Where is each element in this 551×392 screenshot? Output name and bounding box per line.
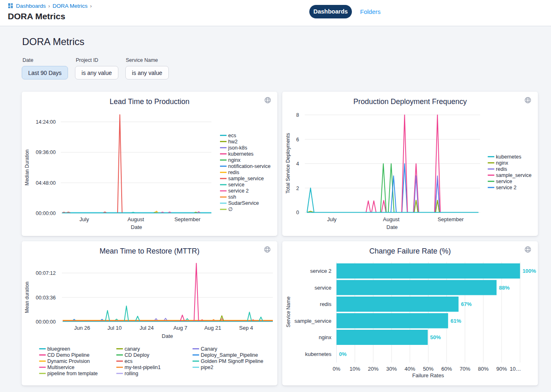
svg-text:CD Deploy: CD Deploy: [125, 352, 150, 358]
svg-text:Canary: Canary: [201, 346, 218, 352]
svg-text:14:24:00: 14:24:00: [36, 119, 56, 125]
svg-text:ecs: ecs: [228, 133, 236, 138]
svg-text:ecs: ecs: [125, 358, 132, 364]
svg-text:August: August: [127, 216, 144, 222]
svg-text:30%: 30%: [386, 366, 397, 372]
svg-text:0%: 0%: [339, 351, 347, 357]
svg-text:Jul 24: Jul 24: [140, 325, 154, 331]
svg-text:sample_service: sample_service: [496, 172, 532, 178]
svg-text:0%: 0%: [333, 366, 340, 372]
svg-text:2: 2: [296, 186, 299, 191]
svg-text:service: service: [228, 182, 245, 188]
svg-text:100%: 100%: [522, 268, 536, 274]
svg-text:Date: Date: [386, 224, 397, 230]
svg-text:hw2: hw2: [228, 139, 238, 145]
svg-text:10…: 10…: [510, 366, 521, 372]
svg-text:Jul 10: Jul 10: [107, 325, 122, 331]
svg-text:00:03:36: 00:03:36: [36, 295, 56, 301]
svg-text:40%: 40%: [405, 366, 415, 372]
svg-text:pipeline from template: pipeline from template: [48, 371, 98, 376]
svg-text:September: September: [438, 216, 464, 222]
svg-text:Deploy_Sample_Pipeline: Deploy_Sample_Pipeline: [201, 352, 258, 358]
svg-text:Sep 4: Sep 4: [239, 325, 253, 331]
svg-text:Multiservice: Multiservice: [48, 365, 75, 370]
svg-text:service: service: [315, 285, 331, 291]
svg-text:Failure Rates: Failure Rates: [412, 372, 444, 378]
svg-text:July: July: [79, 216, 89, 222]
svg-text:10%: 10%: [349, 366, 360, 372]
svg-text:service: service: [496, 179, 512, 184]
svg-text:00:00:00: 00:00:00: [36, 319, 56, 325]
svg-text:90%: 90%: [497, 366, 507, 372]
svg-text:67%: 67%: [461, 301, 472, 307]
svg-text:kubernetes: kubernetes: [228, 151, 254, 157]
svg-text:September: September: [175, 216, 201, 222]
svg-text:00:00:00: 00:00:00: [36, 211, 56, 216]
svg-text:Lead Time to Production: Lead Time to Production: [109, 97, 189, 106]
svg-text:61%: 61%: [451, 318, 461, 324]
svg-text:CD Demo Pipeline: CD Demo Pipeline: [48, 352, 90, 358]
svg-text:service 2: service 2: [310, 268, 331, 274]
svg-text:service 2: service 2: [496, 185, 517, 190]
svg-text:80%: 80%: [478, 366, 489, 372]
svg-text:nginx: nginx: [228, 157, 241, 163]
svg-text:json-k8s: json-k8s: [228, 145, 247, 151]
svg-text:8: 8: [296, 112, 299, 118]
svg-text:rolling: rolling: [125, 371, 138, 376]
svg-text:Production Deployment Frequenc: Production Deployment Frequency: [353, 97, 467, 106]
svg-text:Date: Date: [162, 333, 173, 339]
svg-text:50%: 50%: [430, 334, 441, 340]
svg-text:SudarService: SudarService: [228, 200, 259, 206]
svg-text:pipe2: pipe2: [201, 365, 213, 370]
svg-text:redis: redis: [228, 170, 239, 175]
svg-text:my-test-pipelin1: my-test-pipelin1: [125, 365, 161, 370]
svg-text:ssh: ssh: [228, 194, 236, 200]
svg-text:Mean Time to Restore (MTTR): Mean Time to Restore (MTTR): [100, 247, 200, 255]
svg-text:Change Failure Rate (%): Change Failure Rate (%): [369, 247, 451, 255]
svg-text:nginx: nginx: [319, 334, 332, 340]
svg-text:88%: 88%: [499, 285, 510, 291]
svg-text:60%: 60%: [441, 366, 452, 372]
svg-text:Mean duration: Mean duration: [24, 282, 30, 313]
svg-text:kubernetes: kubernetes: [496, 154, 522, 160]
svg-text:nginx: nginx: [496, 160, 509, 166]
svg-text:canary: canary: [125, 346, 140, 352]
svg-text:Dynamic Provision: Dynamic Provision: [48, 358, 90, 364]
svg-text:July: July: [327, 216, 337, 222]
svg-text:sample_service: sample_service: [228, 176, 264, 181]
svg-text:0: 0: [296, 210, 299, 215]
svg-text:20%: 20%: [368, 366, 379, 372]
svg-text:09:36:00: 09:36:00: [36, 150, 56, 155]
svg-text:service 2: service 2: [228, 188, 249, 194]
svg-text:Median Duration: Median Duration: [24, 150, 30, 186]
svg-text:∅: ∅: [228, 206, 233, 212]
svg-text:Total Service Deployments: Total Service Deployments: [285, 133, 291, 194]
svg-text:notification-service: notification-service: [228, 163, 271, 169]
svg-text:redis: redis: [320, 301, 332, 307]
svg-text:Aug 7: Aug 7: [173, 325, 187, 331]
svg-text:Golden PM Signoff Pipeline: Golden PM Signoff Pipeline: [201, 358, 263, 364]
svg-text:50%: 50%: [423, 366, 433, 372]
svg-text:70%: 70%: [460, 366, 470, 372]
svg-text:04:48:00: 04:48:00: [36, 180, 56, 186]
svg-text:6: 6: [296, 137, 299, 143]
svg-text:00:07:12: 00:07:12: [36, 270, 56, 276]
svg-text:kubernetes: kubernetes: [305, 351, 332, 357]
svg-text:Aug 21: Aug 21: [204, 325, 221, 331]
svg-text:bluegreen: bluegreen: [48, 346, 70, 352]
svg-text:Date: Date: [131, 224, 142, 230]
svg-text:sample_service: sample_service: [295, 318, 331, 324]
svg-text:redis: redis: [496, 166, 507, 172]
svg-text:Jun 26: Jun 26: [74, 325, 90, 331]
svg-text:Service Name: Service Name: [286, 296, 291, 327]
svg-text:4: 4: [296, 161, 299, 167]
svg-text:August: August: [383, 216, 400, 222]
